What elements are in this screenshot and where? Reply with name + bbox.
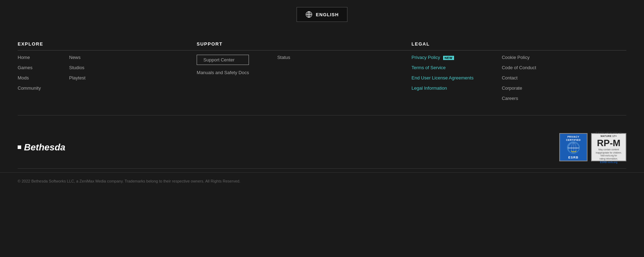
divider xyxy=(18,115,626,115)
support-status-link[interactable]: Status xyxy=(277,55,290,60)
support-manuals-link[interactable]: Manuals and Safety Docs xyxy=(197,70,249,75)
copyright-text: © 2022 Bethesda Softworks LLC, a ZeniMax… xyxy=(18,179,240,183)
esrb-label: ESRB xyxy=(568,156,578,159)
legal-col2: Cookie Policy Code of Conduct Contact Co… xyxy=(502,55,536,101)
explore-link-community[interactable]: Community xyxy=(18,85,41,91)
legal-info-link[interactable]: Legal Information xyxy=(412,85,474,91)
top-bar: ENGLISH xyxy=(0,0,644,31)
privacy-cert-label: PRIVACYCERTIFIED xyxy=(566,135,580,142)
bottom-area: Bethesda PRIVACYCERTIFIED ESRB RATING PE… xyxy=(0,122,644,168)
esrb-globe-icon xyxy=(567,142,580,154)
legal-columns: Privacy Policy NEW Terms of Service End … xyxy=(412,55,626,101)
legal-section: LEGAL Privacy Policy NEW Terms of Servic… xyxy=(412,41,626,101)
legal-cookie-link[interactable]: Cookie Policy xyxy=(502,55,536,60)
legal-privacy-link[interactable]: Privacy Policy NEW xyxy=(412,55,474,60)
globe-icon xyxy=(305,11,312,18)
explore-link-playtest[interactable]: Playtest xyxy=(69,75,85,80)
language-label: ENGLISH xyxy=(316,12,339,17)
explore-link-mods[interactable]: Mods xyxy=(18,75,41,80)
legal-col1: Privacy Policy NEW Terms of Service End … xyxy=(412,55,474,101)
legal-eula-link[interactable]: End User License Agreements xyxy=(412,75,474,80)
ratings-area: PRIVACYCERTIFIED ESRB RATING PENDING to … xyxy=(559,133,626,161)
legal-corporate-link[interactable]: Corporate xyxy=(502,85,536,91)
support-section: SUPPORT Support Center Manuals and Safet… xyxy=(197,41,411,101)
legal-careers-link[interactable]: Careers xyxy=(502,96,536,101)
support-col1: Support Center Manuals and Safety Docs xyxy=(197,55,249,75)
footer-links: EXPLORE Home Games Mods Community News S… xyxy=(0,31,644,115)
legal-tos-link[interactable]: Terms of Service xyxy=(412,65,474,70)
logo-square xyxy=(18,145,21,149)
copyright-divider xyxy=(18,168,626,169)
bethesda-logo: Bethesda xyxy=(18,142,65,153)
legal-contact-link[interactable]: Contact xyxy=(502,75,536,80)
explore-link-games[interactable]: Games xyxy=(18,65,41,70)
support-columns: Support Center Manuals and Safety Docs S… xyxy=(197,55,411,75)
explore-link-news[interactable]: News xyxy=(69,55,85,60)
rating-desc: May contain contentinappropriate for chi… xyxy=(596,148,622,160)
explore-col2: News Studios Playtest xyxy=(69,55,85,91)
language-button[interactable]: ENGLISH xyxy=(297,7,348,22)
legal-title: LEGAL xyxy=(412,41,626,50)
rating-code: RP-M xyxy=(597,138,620,148)
support-title: SUPPORT xyxy=(197,41,411,50)
esrb-url: ESRB esrb.org xyxy=(600,161,617,163)
esrb-rating-badge: RATING PENDING to MATURE 17+ RP-M May co… xyxy=(591,133,626,161)
explore-section: EXPLORE Home Games Mods Community News S… xyxy=(18,41,197,101)
explore-link-studios[interactable]: Studios xyxy=(69,65,85,70)
rating-top-text: RATING PENDING to MATURE 17+ xyxy=(593,131,624,138)
legal-conduct-link[interactable]: Code of Conduct xyxy=(502,65,536,70)
explore-columns: Home Games Mods Community News Studios P… xyxy=(18,55,197,91)
new-badge: NEW xyxy=(443,56,454,60)
copyright-bar: © 2022 Bethesda Softworks LLC, a ZeniMax… xyxy=(0,172,644,190)
support-center-link[interactable]: Support Center xyxy=(197,55,249,65)
explore-col1: Home Games Mods Community xyxy=(18,55,41,91)
esrb-privacy-badge: PRIVACYCERTIFIED ESRB xyxy=(559,133,588,161)
explore-link-home[interactable]: Home xyxy=(18,55,41,60)
logo-text: Bethesda xyxy=(24,142,65,153)
explore-title: EXPLORE xyxy=(18,41,197,50)
support-col2: Status xyxy=(277,55,290,75)
